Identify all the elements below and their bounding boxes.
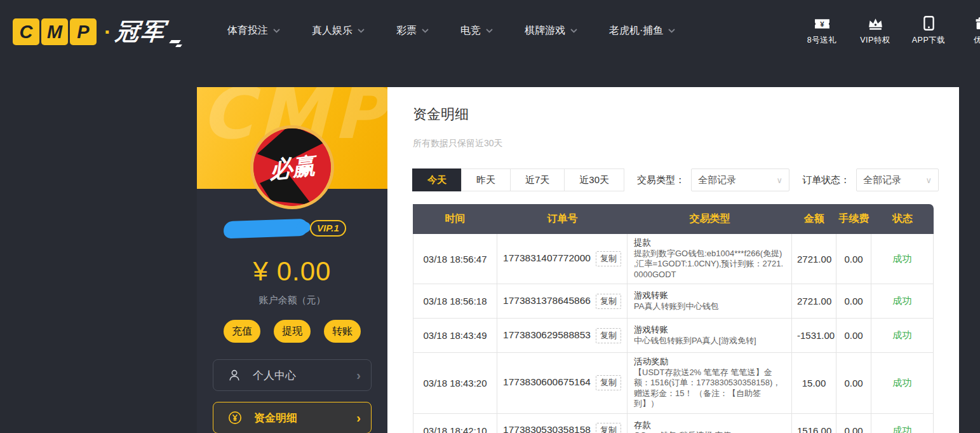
table-row: 03/18 18:56:47 1773831407772000复制 提款 提款到… — [413, 234, 934, 284]
status-cell: 成功 — [871, 414, 934, 433]
crown-icon — [849, 15, 902, 31]
sidebar-item-fund-details[interactable]: 资金明细 › — [213, 402, 372, 433]
quick-link-app[interactable]: APP下载 — [902, 15, 955, 46]
date-range-tab[interactable]: 近7天 — [510, 168, 565, 191]
status-cell: 成功 — [871, 234, 934, 284]
transaction-type-value: 全部记录 — [698, 174, 736, 186]
transaction-type-description: GOpay钱包-稍后选择 充值 — [634, 430, 785, 433]
order-number: 1773830530358158 — [503, 424, 591, 433]
table-column-header: 手续费 — [836, 204, 871, 234]
order-number: 1773830600675164 — [503, 376, 591, 387]
order-status-filter: 订单状态： 全部记录 ∨ — [802, 168, 939, 191]
quick-link-vip[interactable]: VIP特权 — [849, 15, 902, 46]
order-cell: 1773831378645866复制 — [497, 284, 628, 319]
sidebar-item-label: 资金明细 — [254, 411, 297, 425]
copy-button[interactable]: 复制 — [596, 328, 621, 343]
transaction-type-filter: 交易类型： 全部记录 ∨ — [637, 168, 789, 191]
nav-menu-item[interactable]: 彩票 — [396, 24, 429, 38]
transaction-type-description: 中心钱包转账到PA真人[游戏免转] — [634, 336, 785, 347]
chevron-down-icon — [358, 29, 365, 33]
logo-cn-text: 冠军 — [114, 16, 168, 48]
logo-dot: · — [104, 20, 111, 45]
yuan-circle-icon — [227, 410, 243, 425]
time-cell: 03/18 18:56:47 — [413, 234, 497, 284]
transaction-type-title: 存款 — [634, 420, 785, 431]
quick-link-label: APP下载 — [902, 35, 955, 46]
chevron-down-icon — [570, 29, 577, 33]
type-cell: 活动奖励 【USDT存款送2% 笔笔存 笔笔送】金额：1516(订单：17738… — [628, 353, 792, 414]
avatar[interactable]: 必赢 — [250, 125, 334, 209]
coupon-icon: ¥ — [795, 15, 849, 31]
main-menu: 体育投注 真人娱乐 彩票 电竞 棋牌游戏 — [227, 0, 675, 61]
chevron-down-icon — [486, 29, 493, 33]
amount-cell: 2721.00 — [792, 234, 836, 284]
wallet-action-button[interactable]: 提现 — [274, 320, 311, 343]
fee-cell: 0.00 — [836, 284, 871, 319]
type-cell: 提款 提款到数字GO钱包:eb1004***f266(免提) ,汇率=1GODT… — [628, 234, 792, 284]
table-column-header: 订单号 — [497, 204, 628, 234]
table-column-header: 时间 — [413, 204, 497, 234]
logo-letter-box: M — [41, 18, 68, 45]
quick-link-gift8[interactable]: ¥ 8号送礼 — [795, 15, 849, 46]
logo-speed-dash — [170, 40, 182, 43]
transaction-type-title: 游戏转账 — [634, 325, 785, 336]
copy-button[interactable]: 复制 — [596, 251, 621, 266]
table-row: 03/18 18:56:18 1773831378645866复制 游戏转账 P… — [413, 284, 934, 319]
copy-button[interactable]: 复制 — [596, 423, 621, 433]
amount-cell: 2721.00 — [792, 284, 836, 319]
chevron-right-icon: › — [356, 411, 361, 425]
order-status-select[interactable]: 全部记录 ∨ — [856, 168, 939, 191]
status-cell: 成功 — [871, 319, 934, 353]
transaction-type-title: 游戏转账 — [634, 291, 785, 301]
transaction-type-select[interactable]: 全部记录 ∨ — [691, 168, 789, 191]
nav-menu-item-label: 真人娱乐 — [312, 24, 352, 38]
chevron-down-icon — [273, 29, 280, 33]
sidebar-item-personal-center[interactable]: 个人中心 › — [213, 359, 372, 391]
date-range-tab[interactable]: 今天 — [412, 168, 462, 191]
order-number: 1773831378645866 — [503, 295, 591, 306]
order-cell: 1773831407772000复制 — [497, 234, 628, 284]
wallet-action-button[interactable]: 转账 — [324, 320, 361, 343]
quick-link-promo[interactable]: 优惠 — [955, 15, 980, 46]
type-cell: 存款 GOpay钱包-稍后选择 充值 — [628, 414, 792, 433]
amount-cell: 1516.00 — [792, 414, 836, 433]
chevron-down-icon: ∨ — [926, 175, 932, 185]
copy-button[interactable]: 复制 — [596, 375, 621, 390]
date-range-tab[interactable]: 近30天 — [564, 168, 624, 191]
nav-menu-item[interactable]: 电竞 — [460, 24, 493, 38]
nav-menu-item[interactable]: 棋牌游戏 — [525, 24, 577, 38]
fee-cell: 0.00 — [836, 414, 871, 433]
order-number: 1773831407772000 — [503, 252, 591, 263]
time-cell: 03/18 18:43:49 — [413, 319, 497, 353]
amount-cell: -1531.00 — [792, 319, 836, 353]
logo-letter-box: P — [70, 18, 97, 45]
table-column-header: 金额 — [792, 204, 836, 234]
table-column-header: 交易类型 — [628, 204, 792, 234]
status-cell: 成功 — [871, 353, 934, 414]
transaction-type-description: PA真人转账到中心钱包 — [634, 301, 785, 312]
site-logo[interactable]: C M P · 冠军 — [13, 16, 180, 48]
nav-menu-item[interactable]: 老虎机·捕鱼 — [609, 24, 675, 38]
time-cell: 03/18 18:43:20 — [413, 353, 497, 414]
chevron-down-icon: ∨ — [777, 175, 783, 185]
wallet-action-buttons: 充值 提现 转账 — [197, 320, 387, 343]
quick-link-label: 8号送礼 — [795, 35, 849, 46]
nav-menu-item[interactable]: 真人娱乐 — [312, 24, 365, 38]
chevron-down-icon — [668, 29, 675, 33]
account-sidebar: CMP 必赢 VIP.1 ¥ 0.00 账户余额（元） 充值 提现 转账 个人中… — [197, 87, 387, 433]
date-range-tab[interactable]: 昨天 — [461, 168, 511, 191]
transaction-type-description: 【USDT存款送2% 笔笔存 笔笔送】金额：1516(订单：1773830530… — [634, 368, 785, 409]
transactions-table: 时间 订单号 交易类型 金额 手续费 状态 — [413, 204, 934, 433]
account-balance-label: 账户余额（元） — [197, 294, 387, 306]
copy-button[interactable]: 复制 — [596, 294, 621, 309]
top-navbar: C M P · 冠军 体育投注 真人娱乐 彩票 电竞 — [0, 0, 980, 61]
page-title: 资金明细 — [413, 105, 469, 124]
wallet-action-button[interactable]: 充值 — [224, 320, 260, 343]
order-cell: 1773830600675164复制 — [497, 353, 628, 414]
user-icon — [227, 368, 241, 382]
fee-cell: 0.00 — [836, 319, 871, 353]
type-cell: 游戏转账 中心钱包转账到PA真人[游戏免转] — [628, 319, 792, 353]
order-number: 1773830629588853 — [503, 329, 591, 340]
fee-cell: 0.00 — [836, 234, 871, 284]
nav-menu-item[interactable]: 体育投注 — [227, 24, 280, 38]
